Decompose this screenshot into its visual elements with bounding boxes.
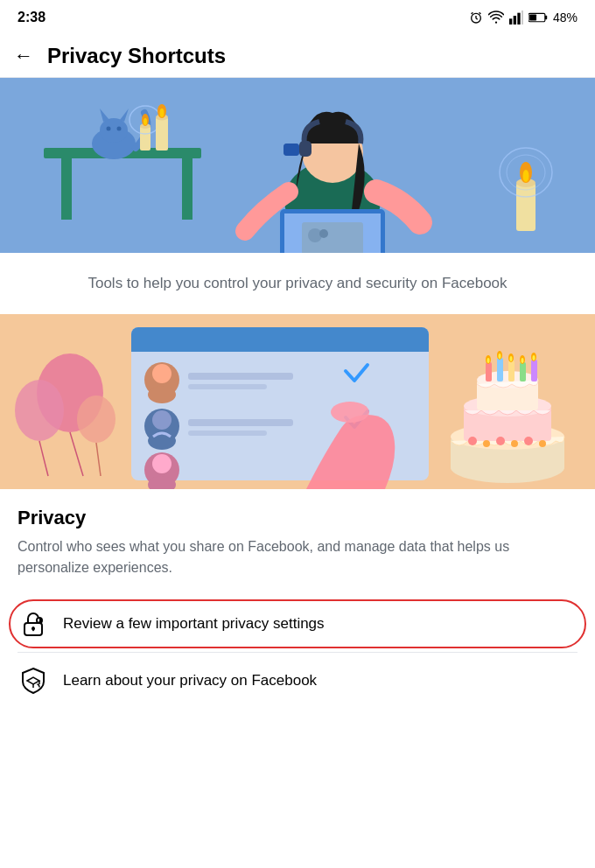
- review-privacy-text: Review a few important privacy settings: [63, 615, 325, 633]
- svg-rect-31: [284, 144, 299, 156]
- svg-point-93: [524, 437, 533, 445]
- svg-rect-6: [545, 16, 547, 20]
- svg-rect-57: [188, 384, 267, 389]
- hero-banner-2: [0, 314, 595, 489]
- svg-point-90: [483, 440, 490, 447]
- svg-point-40: [523, 170, 529, 182]
- privacy-title: Privacy: [18, 507, 578, 529]
- page-title: Privacy Shortcuts: [47, 44, 226, 68]
- svg-point-55: [148, 386, 176, 403]
- svg-point-48: [77, 396, 116, 443]
- svg-point-84: [487, 358, 490, 363]
- svg-point-89: [468, 437, 477, 445]
- lock-heart-icon: [18, 608, 49, 640]
- svg-point-26: [160, 108, 164, 117]
- learn-privacy-text: Learn about your privacy on Facebook: [63, 672, 317, 690]
- svg-rect-11: [182, 158, 192, 220]
- svg-point-16: [107, 127, 111, 131]
- svg-point-59: [152, 410, 172, 430]
- svg-point-86: [510, 356, 513, 361]
- svg-point-94: [539, 440, 546, 447]
- svg-point-36: [319, 229, 328, 238]
- status-icons: 48%: [469, 10, 578, 24]
- svg-rect-7: [529, 14, 536, 20]
- privacy-description: Control who sees what you share on Faceb…: [18, 536, 578, 578]
- battery-icon: [528, 11, 548, 24]
- privacy-section: Privacy Control who sees what you share …: [0, 489, 595, 585]
- svg-point-87: [522, 358, 524, 363]
- hero-banner-1: [0, 78, 595, 253]
- svg-rect-2: [514, 16, 516, 24]
- svg-point-21: [144, 118, 147, 125]
- svg-rect-1: [509, 18, 512, 24]
- svg-point-66: [331, 402, 369, 423]
- svg-rect-62: [188, 430, 267, 436]
- status-time: 2:38: [18, 10, 46, 25]
- svg-rect-18: [140, 126, 150, 150]
- wifi-icon: [488, 10, 504, 24]
- svg-rect-23: [156, 117, 168, 150]
- subtitle: Tools to help you control your privacy a…: [0, 253, 595, 314]
- svg-rect-76: [508, 360, 514, 382]
- review-privacy-item[interactable]: Review a few important privacy settings: [0, 596, 595, 652]
- svg-rect-78: [531, 360, 537, 382]
- hero-illustration-1: [0, 78, 595, 253]
- svg-point-91: [496, 437, 505, 445]
- graduation-shield-icon: [18, 665, 49, 696]
- svg-point-64: [152, 454, 172, 473]
- svg-point-85: [499, 354, 501, 359]
- svg-rect-52: [131, 340, 429, 352]
- signal-icon: [509, 10, 523, 24]
- header: ← Privacy Shortcuts: [0, 35, 595, 78]
- menu-items: Review a few important privacy settings …: [0, 585, 595, 719]
- svg-point-60: [148, 432, 176, 450]
- svg-rect-61: [188, 419, 293, 426]
- alarm-icon: [469, 10, 483, 24]
- svg-rect-77: [520, 362, 526, 382]
- svg-point-17: [117, 127, 122, 131]
- learn-privacy-item[interactable]: Learn about your privacy on Facebook: [0, 653, 595, 709]
- back-button[interactable]: ←: [14, 45, 33, 67]
- svg-point-54: [152, 364, 172, 383]
- svg-point-46: [15, 380, 64, 441]
- svg-rect-4: [522, 10, 523, 24]
- svg-rect-29: [299, 141, 312, 157]
- svg-rect-56: [188, 373, 293, 380]
- svg-rect-10: [61, 158, 72, 220]
- svg-point-13: [100, 118, 128, 143]
- status-bar: 2:38 48%: [0, 0, 595, 35]
- battery-text: 48%: [553, 10, 578, 24]
- svg-point-92: [511, 440, 518, 447]
- svg-point-88: [533, 355, 536, 360]
- svg-rect-74: [486, 362, 492, 382]
- svg-rect-75: [497, 358, 503, 382]
- svg-rect-3: [517, 13, 520, 24]
- hero-illustration-2: [0, 314, 595, 489]
